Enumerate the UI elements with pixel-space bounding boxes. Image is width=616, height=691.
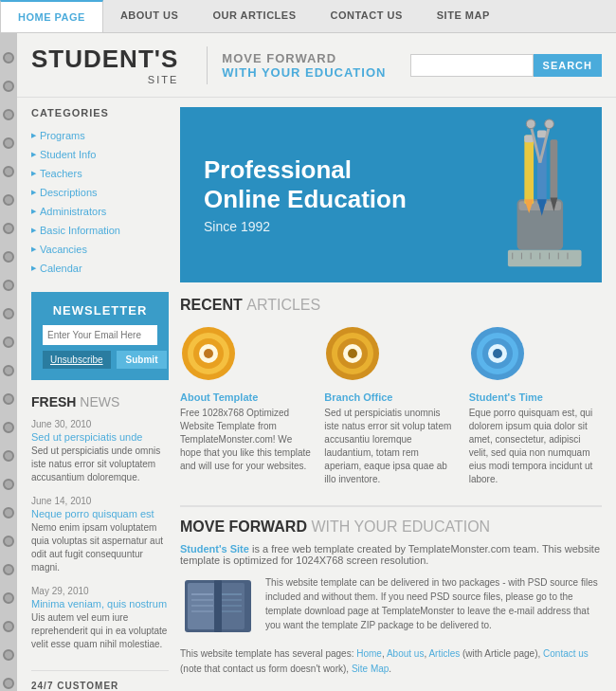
spiral-ring: [3, 137, 14, 149]
spiral-ring: [3, 536, 14, 547]
list-item: Vacancies: [31, 240, 169, 259]
category-link[interactable]: Vacancies: [31, 244, 169, 255]
sitemap-link[interactable]: Site Map: [352, 664, 389, 674]
tagline-bottom: WITH YOUR EDUCATION: [222, 65, 409, 80]
search-input[interactable]: [410, 54, 534, 77]
newsletter-buttons: Unsubscribe Submit: [43, 351, 157, 369]
nav-about[interactable]: ABOUT US: [103, 0, 195, 32]
list-item: Descriptions: [31, 183, 169, 202]
news-date: June 30, 2010: [31, 419, 169, 429]
list-item: Calendar: [31, 259, 169, 278]
newsletter-submit-button[interactable]: Submit: [117, 351, 168, 369]
category-link[interactable]: Teachers: [31, 168, 169, 179]
contact-link[interactable]: Contact us: [543, 648, 589, 659]
newsletter-input[interactable]: [43, 325, 157, 345]
hero-subtitle: Since 1992: [204, 219, 407, 234]
category-link[interactable]: Student Info: [31, 149, 169, 160]
list-item: Student Info: [31, 145, 169, 164]
article-title-link[interactable]: About Template: [180, 391, 313, 403]
spiral-ring: [3, 109, 14, 120]
spiral-ring: [3, 507, 14, 518]
fresh-news-title: FRESH NEWS: [31, 394, 169, 409]
news-text: Sed ut perspiciatis unde omnis iste natu…: [31, 445, 169, 484]
article-card: Branch Office Sed ut perspiciatis unomni…: [324, 325, 457, 486]
news-link[interactable]: Neque porro quisquam est: [31, 508, 169, 519]
nav-articles[interactable]: OUR ARTICLES: [195, 0, 313, 32]
recent-articles-title: RECENT ARTICLES: [180, 297, 602, 314]
svg-point-26: [204, 349, 213, 358]
main-content: ProfessionalOnline Education Since 1992: [180, 107, 602, 691]
about-link[interactable]: About us: [387, 648, 424, 659]
pencils-illustration: [479, 117, 592, 273]
list-item: Basic Information: [31, 221, 169, 240]
spiral-ring: [3, 81, 14, 92]
unsubscribe-button[interactable]: Unsubscribe: [43, 351, 111, 369]
svg-rect-8: [551, 139, 558, 202]
logo-main: STUDENT'S: [31, 45, 178, 74]
nav-sitemap[interactable]: SITE MAP: [420, 0, 507, 32]
news-item: May 29, 2010 Minima veniam, quis nostrum…: [31, 586, 169, 651]
home-link[interactable]: Home: [356, 648, 382, 659]
hero-image: [479, 117, 592, 277]
article-text: Eque porro quisquam est, qui dolorem ips…: [469, 407, 602, 486]
body-layout: CATEGORIES Programs Student Info Teacher…: [17, 98, 616, 691]
svg-rect-7: [537, 131, 547, 138]
logo-divider: [207, 46, 208, 84]
spiral-ring: [3, 564, 14, 575]
category-link[interactable]: Programs: [31, 130, 169, 141]
svg-point-36: [493, 349, 502, 358]
article-text: Free 1028x768 Optimized Website Template…: [180, 407, 313, 473]
spiral-ring: [3, 649, 14, 661]
move-forward-title: MOVE FORWARD WITH YOUR EDUCATION: [180, 518, 602, 536]
spiral-ring: [3, 308, 14, 319]
articles-link[interactable]: Articles: [428, 648, 460, 659]
spiral-binding: [0, 33, 17, 691]
newsletter-title: NEWSLETTER: [43, 303, 157, 318]
fresh-news-section: FRESH NEWS June 30, 2010 Sed ut perspici…: [31, 394, 169, 651]
search-area: SEARCH: [410, 54, 602, 77]
nav-home[interactable]: HOME PAGE: [0, 0, 103, 32]
news-text: Nemo enim ipsam voluptatem quia voluptas…: [31, 521, 169, 574]
article-icon: [324, 325, 381, 382]
article-card: Student's Time Eque porro quisquam est, …: [469, 325, 602, 486]
list-item: Teachers: [31, 164, 169, 183]
customer-service: 24/7 CUSTOMER SERVICE 8.800.146.56.7: [31, 670, 169, 691]
category-link[interactable]: Descriptions: [31, 187, 169, 198]
news-text: Uis autem vel eum iure reprehenderit qui…: [31, 611, 169, 651]
news-date: June 14, 2010: [31, 496, 169, 506]
search-button[interactable]: SEARCH: [534, 54, 602, 77]
article-text: Sed ut perspiciatis unomnis iste natus e…: [324, 407, 457, 486]
cs-title: 24/7 CUSTOMER SERVICE: [31, 681, 169, 691]
article-title-link[interactable]: Student's Time: [469, 391, 602, 403]
news-date: May 29, 2010: [31, 586, 169, 596]
news-link[interactable]: Sed ut perspiciatis unde: [31, 431, 169, 443]
navigation: HOME PAGE ABOUT US OUR ARTICLES CONTACT …: [0, 0, 616, 33]
svg-point-31: [348, 349, 357, 358]
newsletter-box: NEWSLETTER Unsubscribe Submit: [31, 292, 169, 380]
spiral-ring: [3, 52, 14, 64]
nav-contact[interactable]: CONTACT US: [313, 0, 419, 32]
spiral-ring: [3, 223, 14, 234]
mf-body-text: This website template can be delivered i…: [265, 575, 602, 637]
article-card: About Template Free 1028x768 Optimized W…: [180, 325, 313, 486]
svg-rect-14: [508, 250, 582, 266]
article-title-link[interactable]: Branch Office: [324, 391, 457, 403]
category-link[interactable]: Administrators: [31, 206, 169, 217]
news-item: June 14, 2010 Neque porro quisquam est N…: [31, 496, 169, 574]
article-icon: [469, 325, 526, 382]
category-link[interactable]: Calendar: [31, 263, 169, 274]
recent-articles-section: RECENT ARTICLES: [180, 297, 602, 486]
spiral-ring: [3, 365, 14, 376]
svg-rect-2: [524, 135, 534, 204]
students-site-link: Student's Site: [180, 543, 249, 555]
move-forward-section: MOVE FORWARD WITH YOUR EDUCATION Student…: [180, 505, 602, 677]
spiral-ring: [3, 280, 14, 291]
logo-sub: SITE: [31, 74, 178, 85]
book-image: [180, 575, 256, 637]
news-link[interactable]: Minima veniam, quis nostrum: [31, 598, 169, 609]
spiral-ring: [3, 592, 14, 604]
mf-body: This website template can be delivered i…: [180, 575, 602, 637]
categories-title: CATEGORIES: [31, 107, 169, 118]
news-item: June 30, 2010 Sed ut perspiciatis unde S…: [31, 419, 169, 484]
category-link[interactable]: Basic Information: [31, 225, 169, 236]
